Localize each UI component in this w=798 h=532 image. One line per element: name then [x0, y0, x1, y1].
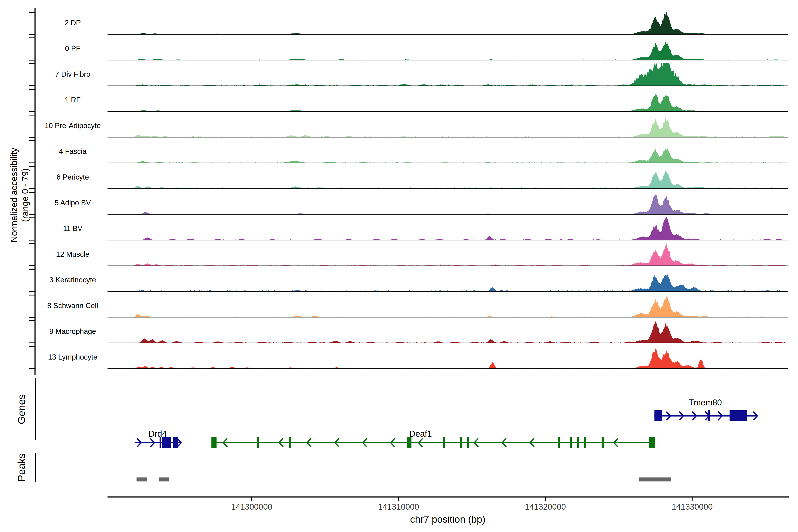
track-label-12-muscle: 12 Muscle	[13, 250, 133, 259]
gene-exon-deaf1	[584, 437, 586, 448]
coverage-area-10-pre-adipocyte	[109, 117, 787, 137]
coverage-area-7-div-fibro	[109, 63, 787, 86]
x-axis-title: chr7 position (bp)	[410, 514, 486, 525]
peaks-section-label: Peaks	[16, 453, 27, 482]
gene-exon-deaf1	[289, 437, 291, 448]
coverage-area-13-lymphocyte	[109, 348, 787, 368]
gene-label-drd4: Drd4	[149, 429, 167, 439]
gene-exon-deaf1	[467, 437, 469, 448]
peak-interval	[136, 477, 147, 481]
coverage-area-6-pericyte	[109, 170, 787, 189]
track-label-7-div-fibro: 7 Div Fibro	[13, 70, 133, 79]
coverage-area-0-pf	[109, 40, 787, 60]
x-tick-label-141320000: 141320000	[501, 502, 590, 512]
track-label-1-rf: 1 RF	[13, 95, 133, 104]
x-tick-label-141300000: 141300000	[208, 502, 296, 512]
plot-canvas	[0, 0, 798, 532]
gene-exon-tmem80	[729, 410, 747, 421]
track-label-10-pre-adipocyte: 10 Pre-Adipocyte	[13, 121, 133, 130]
gene-exon-deaf1	[460, 437, 462, 448]
coverage-area-9-macrophage	[109, 320, 787, 343]
gene-exon-deaf1	[443, 437, 445, 448]
gene-exon-deaf1	[257, 437, 259, 448]
coverage-area-8-schwann-cell	[109, 296, 787, 317]
coverage-area-1-rf	[109, 93, 787, 112]
peak-interval	[639, 477, 671, 481]
track-label-11-bv: 11 BV	[13, 224, 133, 233]
gene-label-deaf1: Deaf1	[410, 429, 432, 439]
track-label-13-lymphocyte: 13 Lymphocyte	[13, 353, 133, 362]
track-label-5-adipo-bv: 5 Adipo BV	[13, 198, 133, 208]
gene-exon-deaf1	[577, 437, 579, 448]
gene-exon-deaf1	[558, 437, 560, 448]
gene-exon-tmem80	[654, 410, 662, 421]
gene-exon-tmem80	[708, 410, 710, 421]
gene-label-tmem80: Tmem80	[688, 397, 722, 408]
track-label-2-dp: 2 DP	[13, 18, 133, 27]
x-tick-label-141310000: 141310000	[354, 502, 443, 512]
gene-exon-deaf1	[602, 437, 604, 448]
track-label-3-keratinocyte: 3 Keratinocyte	[13, 275, 133, 285]
gene-exon-deaf1	[649, 437, 655, 448]
genes-section-label: Genes	[16, 394, 27, 424]
coverage-area-2-dp	[109, 12, 787, 34]
track-label-8-schwann-cell: 8 Schwann Cell	[13, 301, 133, 310]
coverage-area-11-bv	[109, 217, 787, 240]
track-label-4-fascia: 4 Fascia	[13, 147, 133, 156]
coverage-plot-figure: Normalized accessibility (range 0 - 79) …	[0, 0, 798, 532]
gene-exon-deaf1	[570, 437, 572, 448]
coverage-area-3-keratinocyte	[109, 273, 787, 291]
gene-exon-drd4	[173, 437, 178, 448]
coverage-area-4-fascia	[109, 148, 787, 163]
peak-interval	[159, 477, 169, 481]
track-label-0-pf: 0 PF	[13, 44, 133, 53]
track-label-9-macrophage: 9 Macrophage	[13, 327, 133, 336]
gene-exon-deaf1	[211, 437, 216, 448]
track-label-6-pericyte: 6 Pericyte	[13, 172, 133, 182]
coverage-area-12-muscle	[109, 244, 787, 266]
x-tick-label-141330000: 141330000	[648, 502, 737, 512]
coverage-area-5-adipo-bv	[109, 194, 787, 214]
